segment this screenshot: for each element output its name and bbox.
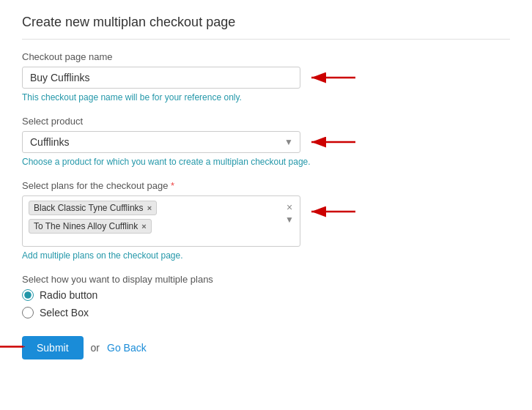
submit-button[interactable]: Submit (22, 336, 84, 359)
radio-option-radio[interactable]: Radio button (22, 289, 510, 301)
plans-multiselect[interactable]: Black Classic Tyne Cufflinks × To The Ni… (22, 195, 300, 247)
radio-label-select: Select Box (40, 307, 89, 318)
actions-row: Submit or Go Back (22, 336, 510, 359)
multiselect-clear-icon[interactable]: × (287, 202, 292, 212)
tag-2: To The Nines Alloy Cufflink × (29, 219, 152, 234)
product-label: Select product (22, 116, 510, 127)
radio-input-radio[interactable] (22, 289, 34, 301)
product-hint: Choose a product for which you want to c… (22, 157, 510, 167)
multiselect-dropdown-icon[interactable]: ▼ (285, 215, 294, 224)
arrow-indicator-1 (308, 70, 359, 87)
tag-1-label: Black Classic Tyne Cufflinks (34, 203, 144, 213)
display-label: Select how you want to display multiple … (22, 274, 510, 285)
tag-2-remove[interactable]: × (141, 222, 146, 231)
tag-2-label: To The Nines Alloy Cufflink (34, 221, 138, 231)
go-back-link[interactable]: Go Back (107, 342, 147, 354)
product-select[interactable]: Cufflinks (22, 131, 300, 153)
arrow-indicator-2 (308, 135, 359, 152)
radio-label-radio: Radio button (40, 289, 97, 301)
radio-option-select[interactable]: Select Box (22, 307, 510, 318)
checkout-name-label: Checkout page name (22, 51, 510, 62)
checkout-name-hint: This checkout page name will be for your… (22, 92, 510, 102)
page-title: Create new multiplan checkout page (22, 15, 510, 40)
checkout-name-input[interactable] (22, 67, 300, 89)
radio-input-select[interactable] (22, 307, 34, 318)
or-text: or (91, 342, 100, 354)
tag-1-remove[interactable]: × (147, 204, 152, 212)
tag-1: Black Classic Tyne Cufflinks × (29, 201, 157, 215)
display-radio-group: Radio button Select Box (22, 289, 510, 318)
arrow-indicator-submit (0, 340, 25, 357)
plans-hint: Add multiple plans on the checkout page. (22, 250, 510, 261)
required-star: * (168, 180, 174, 191)
arrow-indicator-3 (308, 199, 359, 227)
plans-label: Select plans for the checkout page * (22, 180, 510, 191)
